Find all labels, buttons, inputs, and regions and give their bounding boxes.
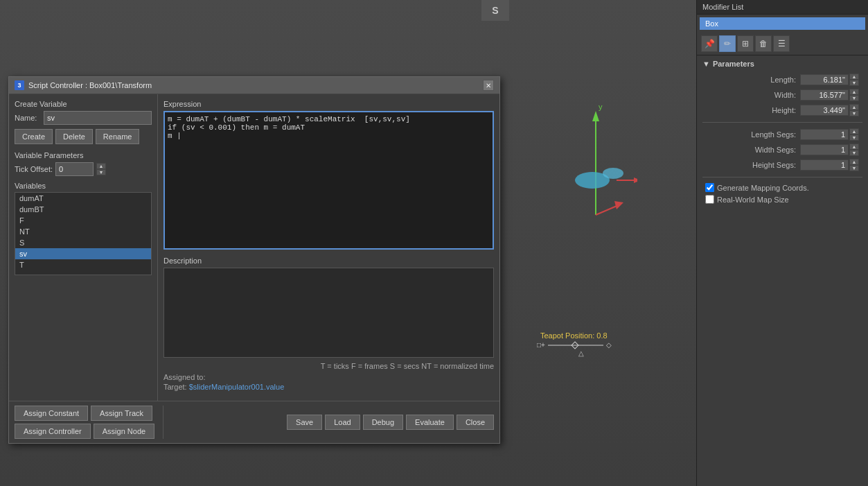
description-textarea[interactable]	[163, 268, 494, 358]
toolbar-edit-icon[interactable]: ✏	[719, 35, 736, 52]
width-segs-up[interactable]: ▲	[849, 144, 859, 150]
slider-container[interactable]: □+ ◇ △	[537, 341, 612, 349]
height-segs-input[interactable]	[800, 159, 849, 171]
height-segs-value[interactable]: ▲ ▼	[800, 159, 862, 171]
length-segs-label: Length Segs:	[702, 130, 800, 139]
height-segs-up[interactable]: ▲	[849, 159, 859, 165]
var-item-dumAT[interactable]: dumAT	[15, 193, 151, 204]
dialog-left-panel: Create Variable Name: Create Delete Rena…	[9, 94, 158, 401]
create-button[interactable]: Create	[15, 129, 53, 144]
width-segs-down[interactable]: ▼	[849, 150, 859, 156]
width-segs-label: Width Segs:	[702, 146, 800, 154]
length-value[interactable]: ▲ ▼	[800, 73, 862, 86]
length-input[interactable]	[800, 74, 849, 85]
delete-button[interactable]: Delete	[55, 129, 93, 144]
var-item-NT[interactable]: NT	[15, 226, 151, 237]
var-item-sv[interactable]: sv	[15, 248, 151, 259]
length-segs-up[interactable]: ▲	[849, 128, 859, 134]
height-down[interactable]: ▼	[849, 110, 859, 116]
width-segs-input[interactable]	[800, 144, 849, 155]
height-value[interactable]: ▲ ▼	[800, 104, 862, 116]
name-label: Name:	[15, 114, 41, 122]
assign-node-button[interactable]: Assign Node	[94, 424, 154, 439]
dialog-title-left: 3 Script Controller : Box001\Transform	[15, 80, 152, 90]
toolbar-options-icon[interactable]: ☰	[773, 35, 790, 52]
var-item-S[interactable]: S	[15, 237, 151, 248]
load-button[interactable]: Load	[325, 415, 360, 430]
expression-header: Expression	[163, 100, 494, 108]
generate-mapping-row: Generate Mapping Coords.	[702, 183, 862, 192]
debug-button[interactable]: Debug	[363, 415, 403, 430]
generate-mapping-checkbox[interactable]	[705, 183, 714, 192]
width-label: Width:	[702, 91, 800, 99]
width-down[interactable]: ▼	[849, 95, 859, 101]
modifier-list-item[interactable]: Box	[700, 17, 865, 30]
height-spinner[interactable]: ▲ ▼	[849, 104, 859, 116]
width-segs-value[interactable]: ▲ ▼	[800, 144, 862, 156]
width-spinner[interactable]: ▲ ▼	[849, 89, 859, 101]
length-down[interactable]: ▼	[849, 80, 859, 86]
target-value[interactable]: $sliderManipulator001.value	[189, 383, 285, 391]
parameters-header: ▼ Parameters	[702, 60, 862, 68]
length-segs-spinner[interactable]: ▲ ▼	[849, 128, 859, 141]
var-item-T[interactable]: T	[15, 259, 151, 270]
slider-right-icon: ◇	[606, 341, 612, 349]
length-up[interactable]: ▲	[849, 73, 859, 80]
dialog-right-panel: Expression m = dumAT + (dumBT - dumAT) *…	[158, 94, 499, 401]
variable-name-input[interactable]	[44, 111, 152, 125]
legend-row: T = ticks F = frames S = secs NT = norma…	[163, 362, 494, 370]
width-value[interactable]: ▲ ▼	[800, 89, 862, 101]
width-segs-spinner[interactable]: ▲ ▼	[849, 144, 859, 156]
length-spinner[interactable]: ▲ ▼	[849, 73, 859, 86]
assign-constant-button[interactable]: Assign Constant	[15, 406, 88, 421]
width-up[interactable]: ▲	[849, 89, 859, 95]
dialog-title-text: Script Controller : Box001\Transform	[28, 81, 152, 89]
parameters-section: ▼ Parameters Length: ▲ ▼ Width: ▲ ▼	[697, 55, 868, 211]
height-input[interactable]	[800, 105, 849, 116]
length-segs-down[interactable]: ▼	[849, 134, 859, 141]
tick-offset-input[interactable]	[55, 162, 94, 176]
dialog-titlebar: 3 Script Controller : Box001\Transform ✕	[9, 77, 499, 94]
tick-down[interactable]: ▼	[96, 169, 106, 175]
length-segs-value[interactable]: ▲ ▼	[800, 128, 862, 141]
evaluate-button[interactable]: Evaluate	[406, 415, 454, 430]
bottom-right-buttons: Save Load Debug Evaluate Close	[163, 406, 494, 439]
rename-button[interactable]: Rename	[96, 129, 140, 144]
height-up[interactable]: ▲	[849, 104, 859, 110]
toolbar-delete-icon[interactable]: 🗑	[755, 35, 772, 52]
real-world-row: Real-World Map Size	[702, 195, 862, 204]
variables-list[interactable]: dumAT dumBT F NT S sv T	[15, 192, 152, 275]
width-segs-row: Width Segs: ▲ ▼	[702, 144, 862, 156]
save-button[interactable]: Save	[287, 415, 322, 430]
dialog-bottom: Assign Constant Assign Track Assign Cont…	[9, 401, 499, 443]
assign-controller-button[interactable]: Assign Controller	[15, 424, 91, 439]
real-world-checkbox[interactable]	[705, 195, 714, 204]
toolbar-move-icon[interactable]: ⊞	[737, 35, 754, 52]
length-segs-input[interactable]	[800, 129, 849, 140]
tick-offset-row: Tick Offset: ▲ ▼	[15, 162, 152, 176]
width-input[interactable]	[800, 89, 849, 101]
height-segs-spinner[interactable]: ▲ ▼	[849, 159, 859, 171]
assign-track-button[interactable]: Assign Track	[91, 406, 152, 421]
expression-textarea[interactable]: m = dumAT + (dumBT - dumAT) * scaleMatri…	[163, 111, 494, 250]
var-item-dumBT[interactable]: dumBT	[15, 204, 151, 215]
parameters-title: Parameters	[713, 60, 754, 68]
bottom-left-buttons: Assign Constant Assign Track Assign Cont…	[15, 406, 163, 439]
length-label: Length:	[702, 76, 800, 84]
svg-point-6	[603, 168, 623, 179]
close-button[interactable]: Close	[457, 415, 494, 430]
svg-marker-1	[592, 111, 599, 121]
toolbar-pin-icon[interactable]: 📌	[701, 35, 718, 52]
right-panel-toolbar: 📌 ✏ ⊞ 🗑 ☰	[697, 33, 868, 55]
height-segs-down[interactable]: ▼	[849, 165, 859, 171]
description-header: Description	[163, 257, 494, 265]
tick-up[interactable]: ▲	[96, 163, 106, 169]
collapse-arrow[interactable]: ▼	[702, 60, 710, 68]
divider	[702, 122, 862, 123]
slider-track[interactable]	[548, 345, 603, 346]
tick-offset-label: Tick Offset:	[15, 165, 53, 173]
target-row: Target: $sliderManipulator001.value	[163, 383, 494, 391]
dialog-close-button[interactable]: ✕	[483, 80, 494, 91]
slider-thumb[interactable]	[571, 341, 578, 349]
var-item-F[interactable]: F	[15, 215, 151, 226]
